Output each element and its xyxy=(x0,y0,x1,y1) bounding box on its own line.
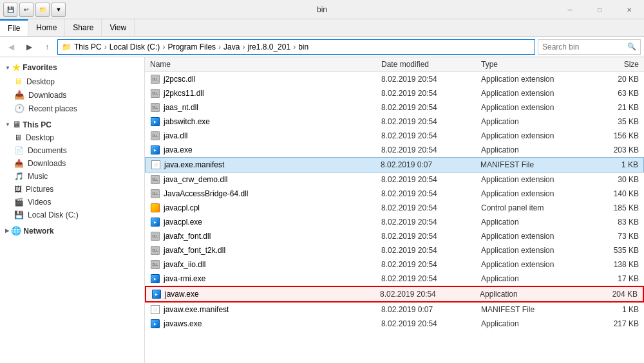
dll-icon: DLL xyxy=(151,103,160,112)
table-row[interactable]: ▶ javaw.exe 8.02.2019 20:54 Application … xyxy=(145,286,644,302)
sidebar-thispc-header[interactable]: ▼ 🖥 This PC xyxy=(0,118,144,131)
file-size-cell: 21 KB xyxy=(594,103,639,112)
sidebar-item-videos[interactable]: 🎬 Videos xyxy=(0,196,144,209)
file-type-cell: Application xyxy=(480,290,592,299)
table-row[interactable]: DLL j2pkcs11.dll 8.02.2019 20:54 Applica… xyxy=(145,86,644,100)
file-date-cell: 8.02.2019 20:54 xyxy=(381,89,481,98)
desktop-thispc-icon: 🖥 xyxy=(14,133,22,142)
table-row[interactable]: DLL javafx_font_t2k.dll 8.02.2019 20:54 … xyxy=(145,243,644,257)
close-button[interactable]: ✕ xyxy=(614,0,644,19)
file-icon-cell: DLL xyxy=(150,102,160,113)
col-header-date[interactable]: Date modified xyxy=(381,60,481,69)
table-row[interactable]: ▶ javaws.exe 8.02.2019 20:54 Application… xyxy=(145,317,644,331)
ribbon-tab-bar: File Home Share View xyxy=(0,19,644,36)
sidebar-item-pictures[interactable]: 🖼 Pictures xyxy=(0,183,144,196)
table-row[interactable]: DLL java_crw_demo.dll 8.02.2019 20:54 Ap… xyxy=(145,172,644,187)
table-row[interactable]: DLL j2pcsc.dll 8.02.2019 20:54 Applicati… xyxy=(145,72,644,86)
file-name-cell: jaas_nt.dll xyxy=(164,103,381,112)
file-name-cell: java.dll xyxy=(164,131,381,140)
path-bin[interactable]: bin xyxy=(298,42,308,51)
maximize-button[interactable]: □ xyxy=(585,0,614,19)
undo-button[interactable]: ↩ xyxy=(19,3,33,17)
table-row[interactable]: ▶ java.exe 8.02.2019 20:54 Application 2… xyxy=(145,143,644,157)
col-header-type[interactable]: Type xyxy=(481,60,594,69)
table-row[interactable]: 📄 java.exe.manifest 8.02.2019 0:07 MANIF… xyxy=(145,157,644,172)
tab-share[interactable]: Share xyxy=(65,19,102,36)
path-jre[interactable]: jre1.8.0_201 xyxy=(247,42,290,51)
path-local-disk[interactable]: Local Disk (C:) xyxy=(109,42,160,51)
address-path[interactable]: 📁 This PC › Local Disk (C:) › Program Fi… xyxy=(57,39,535,55)
dll-icon: DLL xyxy=(151,89,160,98)
col-header-name[interactable]: Name xyxy=(150,60,381,69)
file-name-cell: javafx_iio.dll xyxy=(164,260,381,269)
sidebar-item-desktop-favorites[interactable]: 🖥 Desktop xyxy=(0,75,144,88)
file-date-cell: 8.02.2019 20:54 xyxy=(381,75,481,84)
table-row[interactable]: javacpl.cpl 8.02.2019 20:54 Control pane… xyxy=(145,201,644,215)
path-java[interactable]: Java xyxy=(223,42,240,51)
file-name-cell: jabswitch.exe xyxy=(164,117,381,126)
search-box[interactable]: 🔍 xyxy=(538,39,641,55)
sidebar-network-header[interactable]: ▶ 🌐 Network xyxy=(0,224,144,237)
tab-home[interactable]: Home xyxy=(28,19,65,36)
table-row[interactable]: DLL javafx_iio.dll 8.02.2019 20:54 Appli… xyxy=(145,257,644,272)
back-button[interactable]: ◀ xyxy=(3,39,19,55)
table-row[interactable]: DLL JavaAccessBridge-64.dll 8.02.2019 20… xyxy=(145,187,644,201)
file-date-cell: 8.02.2019 20:54 xyxy=(381,203,481,212)
sidebar-item-recent-places[interactable]: 🕐 Recent places xyxy=(0,102,144,115)
table-row[interactable]: ▶ javacpl.exe 8.02.2019 20:54 Applicatio… xyxy=(145,215,644,229)
videos-icon: 🎬 xyxy=(14,198,24,207)
col-header-size[interactable]: Size xyxy=(594,60,639,69)
file-date-cell: 8.02.2019 0:07 xyxy=(381,305,481,314)
dll-icon: DLL xyxy=(151,232,160,241)
exe-icon: ▶ xyxy=(151,218,160,227)
downloads-folder-icon: 📥 xyxy=(14,90,24,100)
table-row[interactable]: DLL javafx_font.dll 8.02.2019 20:54 Appl… xyxy=(145,229,644,243)
favorites-label: Favorites xyxy=(23,63,57,72)
file-size-cell: 17 KB xyxy=(594,274,639,283)
downloads-thispc-icon: 📥 xyxy=(14,159,24,168)
file-icon-cell: DLL xyxy=(150,245,160,256)
tab-file[interactable]: File xyxy=(0,19,28,36)
folder-nav-button[interactable]: 📁 xyxy=(35,3,50,17)
file-size-cell: 30 KB xyxy=(594,175,639,184)
sidebar-item-documents[interactable]: 📄 Documents xyxy=(0,144,144,157)
tab-view[interactable]: View xyxy=(102,19,135,36)
file-icon-cell: 📄 xyxy=(151,160,161,170)
file-size-cell: 203 KB xyxy=(594,145,639,154)
file-size-cell: 1 KB xyxy=(594,305,639,314)
file-size-cell: 185 KB xyxy=(594,203,639,212)
sidebar-item-music[interactable]: 🎵 Music xyxy=(0,170,144,183)
sidebar-item-desktop-thispc[interactable]: 🖥 Desktop xyxy=(0,131,144,144)
table-row[interactable]: DLL java.dll 8.02.2019 20:54 Application… xyxy=(145,129,644,143)
up-button[interactable]: ↑ xyxy=(39,39,55,55)
sidebar-item-downloads-thispc[interactable]: 📥 Downloads xyxy=(0,157,144,170)
file-icon-cell: DLL xyxy=(150,189,160,199)
path-program-files[interactable]: Program Files xyxy=(167,42,216,51)
file-type-cell: Application xyxy=(481,117,594,126)
table-row[interactable]: DLL jaas_nt.dll 8.02.2019 20:54 Applicat… xyxy=(145,100,644,115)
file-size-cell: 140 KB xyxy=(594,189,639,198)
dll-icon: DLL xyxy=(151,175,160,184)
forward-button[interactable]: ▶ xyxy=(21,39,37,55)
sidebar-item-local-disk[interactable]: 💾 Local Disk (C:) xyxy=(0,209,144,221)
file-type-cell: Application extension xyxy=(481,189,594,198)
path-this-pc[interactable]: This PC xyxy=(74,42,102,51)
sidebar-favorites-header[interactable]: ▼ ★ Favorites xyxy=(0,60,144,75)
minimize-button[interactable]: ─ xyxy=(555,0,585,19)
file-type-cell: Application extension xyxy=(481,246,594,255)
table-row[interactable]: ▶ java-rmi.exe 8.02.2019 20:54 Applicati… xyxy=(145,272,644,286)
table-row[interactable]: ▶ jabswitch.exe 8.02.2019 20:54 Applicat… xyxy=(145,115,644,129)
dropdown-button[interactable]: ▼ xyxy=(52,3,66,17)
search-input[interactable] xyxy=(542,42,625,51)
file-icon-cell: DLL xyxy=(150,131,160,141)
thispc-monitor-icon: 🖥 xyxy=(12,120,21,129)
documents-icon: 📄 xyxy=(14,146,24,155)
sidebar-item-downloads-favorites[interactable]: 📥 Downloads xyxy=(0,88,144,102)
table-row[interactable]: 📄 javaw.exe.manifest 8.02.2019 0:07 MANI… xyxy=(145,302,644,317)
file-date-cell: 8.02.2019 20:54 xyxy=(381,175,481,184)
window-title: bin xyxy=(317,5,327,14)
file-type-cell: Application xyxy=(481,145,594,154)
music-icon: 🎵 xyxy=(14,172,24,181)
save-button[interactable]: 💾 xyxy=(3,3,17,17)
file-date-cell: 8.02.2019 20:54 xyxy=(381,117,481,126)
